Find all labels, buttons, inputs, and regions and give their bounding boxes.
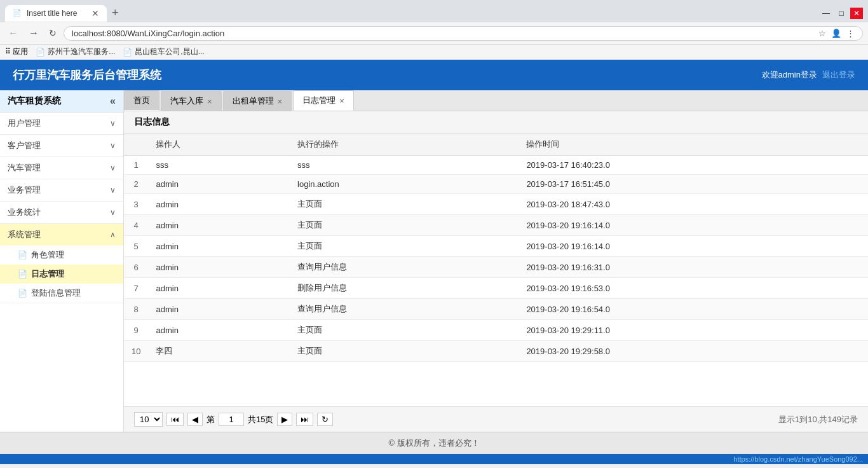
cell-num: 6 [124,257,148,278]
page-content: 日志信息 操作人 执行的操作 操作时间 [124,111,868,432]
tab-rental-orders-label: 出租单管理 [233,95,274,107]
table-row: 3 admin 主页面 2019-03-20 18:47:43.0 [124,194,868,215]
sidebar-section-customer: 客户管理 ∨ [0,135,123,157]
refresh-button[interactable]: ↻ [46,26,60,40]
browser-tab-title: Insert title here [27,9,77,18]
sidebar-log-label: 日志管理 [31,268,64,280]
cell-operation: 删除用户信息 [290,278,519,299]
sidebar-toggle[interactable]: « [110,95,116,107]
welcome-text: 欢迎admin登录 [762,69,817,81]
browser-tab[interactable]: 📄 Insert title here ✕ [5,5,107,22]
tab-car-inventory-close[interactable]: × [207,97,212,106]
cell-time: 2019-03-20 19:29:58.0 [519,341,868,362]
tab-rental-orders[interactable]: 出租单管理 × [223,91,292,111]
bookmarks-bar: ⠿ 应用 📄 苏州千逸汽车服务... 📄 昆山租车公司,昆山... [0,45,868,60]
app-header: 行万里汽车服务后台管理系统 欢迎admin登录 退出登录 [0,60,868,90]
bookmark-suzhou[interactable]: 📄 苏州千逸汽车服务... [36,46,115,57]
sidebar-item-login-info[interactable]: 📄 登陆信息管理 [0,284,123,303]
cell-operator: admin [148,299,290,320]
next-page-button[interactable]: ▶ [277,413,292,426]
chevron-down-icon-3: ∨ [110,163,116,172]
tab-car-inventory[interactable]: 汽车入库 × [161,91,222,111]
maximize-button[interactable]: □ [835,8,848,19]
browser-tab-close[interactable]: ✕ [92,8,99,18]
table-row: 1 sss sss 2019-03-17 16:40:23.0 [124,156,868,175]
prev-page-button[interactable]: ◀ [187,413,203,426]
table-row: 7 admin 删除用户信息 2019-03-20 19:16:53.0 [124,278,868,299]
cell-operation: 主页面 [290,341,519,362]
profile-icon[interactable]: 👤 [831,29,841,38]
tab-home[interactable]: 首页 [124,90,159,111]
table-row: 5 admin 主页面 2019-03-20 19:16:14.0 [124,236,868,257]
new-tab-button[interactable]: + [107,4,124,22]
minimize-button[interactable]: — [820,8,832,19]
menu-icon[interactable]: ⋮ [846,29,855,38]
last-page-button[interactable]: ⏭ [296,413,313,426]
sidebar-section-sys: 系统管理 ∧ 📄 角色管理 📄 日志管理 📄 登陆信息管理 [0,224,123,303]
log-table: 操作人 执行的操作 操作时间 1 sss sss 2019-03-17 16:4… [124,134,868,362]
sidebar-section-stats: 业务统计 ∨ [0,202,123,224]
cell-num: 2 [124,175,148,194]
cell-operator: admin [148,278,290,299]
cell-time: 2019-03-20 19:16:14.0 [519,215,868,236]
col-num [124,134,148,156]
cell-operator: admin [148,194,290,215]
col-time: 操作时间 [519,134,868,156]
cell-operation: sss [290,156,519,175]
display-info: 显示1到10,共149记录 [778,414,858,425]
sidebar-stats-header[interactable]: 业务统计 ∨ [0,202,123,223]
chevron-down-icon-5: ∨ [110,208,116,217]
chevron-down-icon-2: ∨ [110,141,116,150]
sidebar-biz-label: 业务管理 [8,184,41,196]
tab-log-mgmt[interactable]: 日志管理 × [293,90,354,111]
first-page-button[interactable]: ⏮ [166,413,184,426]
bookmark-kunshan[interactable]: 📄 昆山租车公司,昆山... [123,46,204,57]
sidebar-item-log[interactable]: 📄 日志管理 [0,265,123,284]
cell-operator: admin [148,175,290,194]
close-button[interactable]: ✕ [850,8,863,19]
cell-num: 4 [124,215,148,236]
cell-operator: admin [148,320,290,341]
page-input[interactable] [219,413,244,426]
table-row: 2 admin login.action 2019-03-17 16:51:45… [124,175,868,194]
sidebar-customer-header[interactable]: 客户管理 ∨ [0,135,123,156]
chevron-down-icon: ∨ [110,119,116,128]
table-body: 1 sss sss 2019-03-17 16:40:23.0 2 admin … [124,156,868,362]
table-row: 9 admin 主页面 2019-03-20 19:29:11.0 [124,320,868,341]
refresh-table-button[interactable]: ↻ [317,413,333,426]
address-text: localhost:8080/WanLiXingCar/login.action [72,29,818,38]
sidebar-sys-header[interactable]: 系统管理 ∧ [0,224,123,245]
cell-time: 2019-03-20 19:16:53.0 [519,278,868,299]
sidebar-item-role[interactable]: 📄 角色管理 [0,245,123,265]
sidebar-section-user: 用户管理 ∨ [0,113,123,135]
page-size-select[interactable]: 102050 [134,412,163,427]
sidebar-user-header[interactable]: 用户管理 ∨ [0,113,123,134]
cell-operation: 主页面 [290,215,519,236]
cell-time: 2019-03-20 19:29:11.0 [519,320,868,341]
bookmark-star-icon[interactable]: ☆ [818,29,826,38]
cell-operator: admin [148,257,290,278]
header-right: 欢迎admin登录 退出登录 [762,69,855,81]
browser-title-bar: 📄 Insert title here ✕ + — □ ✕ [0,0,868,22]
forward-button[interactable]: → [25,25,42,41]
apps-icon[interactable]: ⠿ 应用 [5,46,28,57]
logout-link[interactable]: 退出登录 [822,69,855,81]
log-table-container: 操作人 执行的操作 操作时间 1 sss sss 2019-03-17 16:4… [124,134,868,406]
document-icon-2: 📄 [18,270,27,279]
sidebar-car-header[interactable]: 汽车管理 ∨ [0,157,123,179]
sidebar-system-name: 汽车租赁系统 [8,95,61,107]
page-icon: 📄 [13,9,22,17]
tab-rental-orders-close[interactable]: × [278,97,283,106]
sidebar-section-biz: 业务管理 ∨ [0,179,123,202]
cell-time: 2019-03-20 19:16:54.0 [519,299,868,320]
cell-num: 7 [124,278,148,299]
back-button[interactable]: ← [5,25,22,41]
cell-num: 10 [124,341,148,362]
sidebar: 汽车租赁系统 « 用户管理 ∨ 客户管理 ∨ 汽车管理 [0,90,124,432]
cell-num: 1 [124,156,148,175]
content-area: 首页 汽车入库 × 出租单管理 × 日志管理 × 日志信息 [124,90,868,432]
tab-log-mgmt-close[interactable]: × [339,96,344,106]
bookmark-icon: 📄 [36,48,45,57]
address-bar[interactable]: localhost:8080/WanLiXingCar/login.action… [64,26,863,41]
sidebar-biz-header[interactable]: 业务管理 ∨ [0,179,123,201]
